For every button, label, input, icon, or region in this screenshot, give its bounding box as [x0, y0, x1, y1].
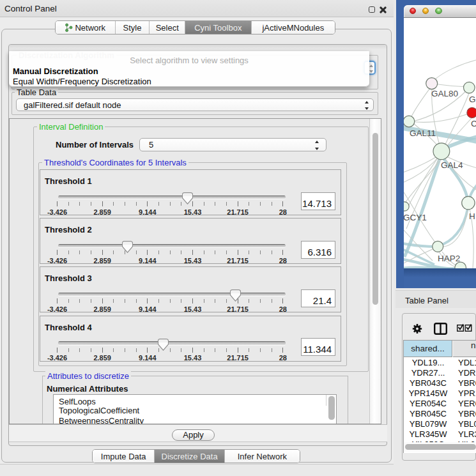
svg-text:G.: G.	[469, 95, 476, 104]
svg-text:H: H	[469, 211, 475, 221]
svg-text:GAL80: GAL80	[431, 89, 458, 98]
svg-text:HAP2: HAP2	[438, 254, 460, 263]
svg-text:C: C	[471, 119, 476, 128]
svg-text:GAL11: GAL11	[410, 128, 436, 138]
svg-text:GCY1: GCY1	[404, 213, 427, 222]
svg-text:GAL4: GAL4	[441, 160, 463, 170]
